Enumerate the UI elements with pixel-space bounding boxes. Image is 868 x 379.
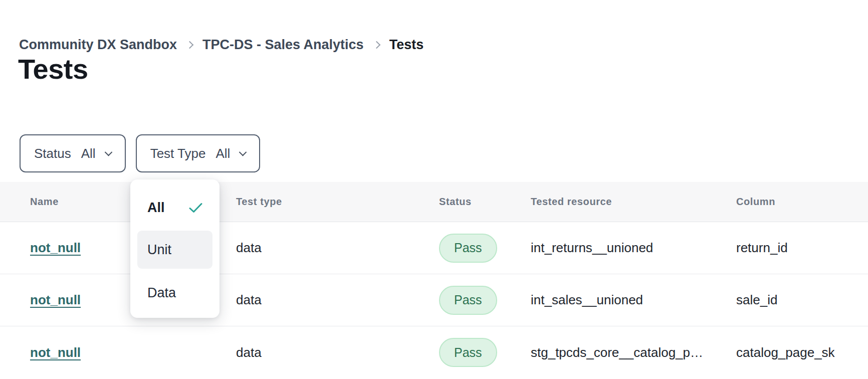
dropdown-item-unit[interactable]: Unit bbox=[137, 231, 212, 269]
dropdown-item-data[interactable]: Data bbox=[137, 274, 212, 312]
chevron-down-icon bbox=[104, 148, 112, 156]
column-cell: sale_id bbox=[736, 292, 868, 308]
chevron-right-icon bbox=[186, 41, 194, 49]
test-name-link[interactable]: not_null bbox=[30, 240, 81, 255]
dropdown-item-label: Unit bbox=[147, 242, 171, 258]
column-header-column: Column bbox=[736, 196, 868, 208]
status-badge: Pass bbox=[439, 234, 497, 263]
tests-page: Community DX Sandbox TPC-DS - Sales Anal… bbox=[0, 0, 868, 379]
chevron-right-icon bbox=[372, 41, 380, 49]
status-badge: Pass bbox=[439, 338, 497, 367]
test-name-link[interactable]: not_null bbox=[30, 292, 81, 307]
status-filter-value: All bbox=[81, 146, 96, 161]
page-title: Tests bbox=[18, 55, 88, 83]
test-type-filter-value: All bbox=[215, 146, 230, 161]
test-name-link[interactable]: not_null bbox=[30, 345, 81, 360]
table-row: not_null data Pass stg_tpcds_core__catal… bbox=[0, 326, 868, 378]
column-cell: return_id bbox=[736, 240, 868, 256]
dropdown-item-label: All bbox=[147, 200, 165, 216]
column-header-status: Status bbox=[439, 196, 531, 208]
breadcrumb-current: Tests bbox=[389, 37, 424, 53]
breadcrumb: Community DX Sandbox TPC-DS - Sales Anal… bbox=[19, 37, 423, 53]
column-cell: catalog_page_sk bbox=[736, 345, 868, 360]
tested-resource-cell: stg_tpcds_core__catalog_p… bbox=[531, 345, 736, 360]
breadcrumb-project[interactable]: Community DX Sandbox bbox=[19, 37, 177, 53]
test-type-cell: data bbox=[236, 292, 439, 308]
status-filter-label: Status bbox=[34, 146, 71, 161]
column-header-test-type: Test type bbox=[236, 196, 439, 208]
status-badge: Pass bbox=[439, 286, 497, 315]
status-filter-button[interactable]: Status All bbox=[20, 134, 126, 172]
filter-bar: Status All Test Type All bbox=[20, 134, 260, 172]
dropdown-item-all[interactable]: All bbox=[137, 188, 212, 227]
test-type-filter-label: Test Type bbox=[150, 146, 206, 161]
test-type-cell: data bbox=[236, 240, 439, 256]
column-header-tested-resource: Tested resource bbox=[531, 196, 736, 208]
test-type-cell: data bbox=[236, 345, 439, 360]
test-type-dropdown-menu: All Unit Data bbox=[130, 179, 220, 318]
chevron-down-icon bbox=[239, 148, 247, 156]
check-icon bbox=[189, 203, 202, 213]
breadcrumb-environment[interactable]: TPC-DS - Sales Analytics bbox=[202, 37, 364, 53]
dropdown-item-label: Data bbox=[147, 285, 176, 301]
tested-resource-cell: int_returns__unioned bbox=[531, 240, 736, 256]
test-type-filter-button[interactable]: Test Type All bbox=[136, 134, 261, 172]
tested-resource-cell: int_sales__unioned bbox=[531, 292, 736, 308]
